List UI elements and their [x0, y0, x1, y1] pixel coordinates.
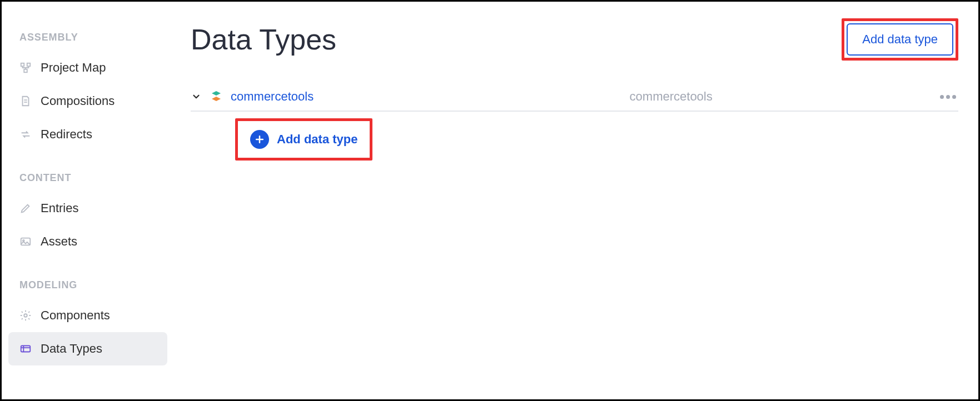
svg-point-5	[24, 314, 27, 317]
nav-item-components[interactable]: Components	[8, 299, 167, 332]
cards-icon	[19, 343, 32, 355]
redirect-icon	[19, 128, 32, 141]
data-source-children: Add data type	[191, 112, 958, 161]
chevron-down-icon[interactable]	[191, 91, 202, 102]
add-data-type-inline-label: Add data type	[277, 132, 357, 147]
sidebar: ASSEMBLY Project Map Compositions Redire…	[2, 2, 174, 399]
nav-item-label: Data Types	[41, 342, 102, 356]
annotation-highlight: Add data type	[842, 18, 958, 61]
nav-section-assembly: ASSEMBLY	[8, 24, 167, 51]
nav-item-label: Assets	[41, 234, 77, 249]
more-actions-button[interactable]	[938, 91, 958, 103]
annotation-highlight: Add data type	[235, 118, 372, 161]
page-title: Data Types	[191, 23, 336, 56]
nav-item-entries[interactable]: Entries	[8, 192, 167, 225]
nav-section-modeling: MODELING	[8, 272, 167, 299]
svg-rect-1	[27, 63, 31, 67]
main-content: Data Types Add data type commercetools c…	[174, 2, 978, 399]
svg-rect-6	[21, 346, 31, 352]
nav-item-label: Compositions	[41, 94, 115, 108]
data-source-name[interactable]: commercetools	[231, 89, 314, 104]
nav-item-label: Components	[41, 308, 110, 323]
pencil-icon	[19, 202, 32, 214]
nav-item-label: Project Map	[41, 61, 106, 75]
data-source-slug: commercetools	[630, 89, 930, 104]
data-source-row[interactable]: commercetools commercetools	[191, 83, 958, 112]
nav-item-project-map[interactable]: Project Map	[8, 51, 167, 84]
image-icon	[19, 235, 32, 248]
commercetools-logo-icon	[210, 90, 223, 103]
add-data-type-inline-button[interactable]: Add data type	[240, 123, 367, 156]
plus-icon	[250, 130, 269, 149]
page-header: Data Types Add data type	[191, 18, 958, 61]
nav-item-label: Entries	[41, 201, 78, 215]
svg-rect-0	[21, 63, 24, 67]
sitemap-icon	[19, 62, 32, 74]
add-data-type-button[interactable]: Add data type	[847, 23, 953, 56]
nav-item-label: Redirects	[41, 127, 92, 142]
nav-section-content: CONTENT	[8, 164, 167, 192]
nav-item-data-types[interactable]: Data Types	[8, 332, 167, 365]
nav-item-compositions[interactable]: Compositions	[8, 84, 167, 118]
gear-icon	[19, 309, 32, 322]
svg-rect-2	[24, 69, 27, 73]
nav-item-assets[interactable]: Assets	[8, 225, 167, 258]
file-icon	[19, 95, 32, 107]
nav-item-redirects[interactable]: Redirects	[8, 118, 167, 151]
